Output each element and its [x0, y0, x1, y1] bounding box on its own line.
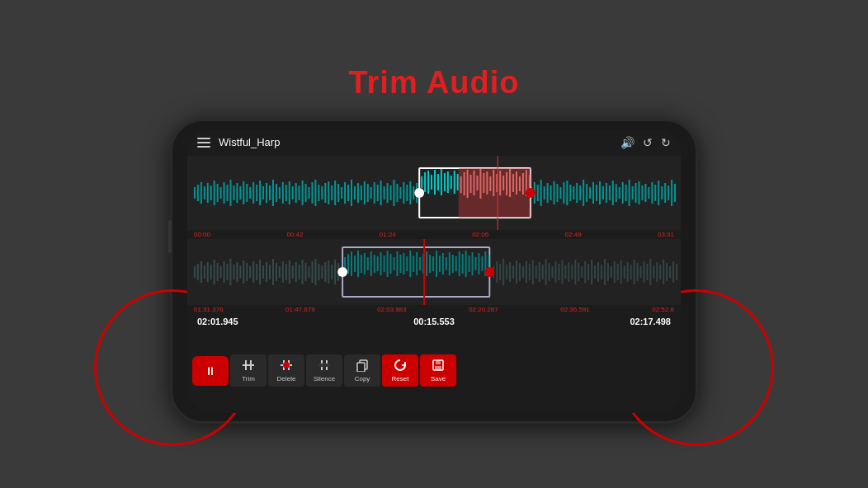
svg-rect-66 [406, 185, 408, 201]
svg-rect-255 [519, 263, 521, 281]
svg-rect-55 [370, 187, 372, 199]
svg-rect-147 [519, 176, 521, 191]
waveform-bottom-svg [187, 239, 681, 305]
svg-rect-101 [632, 186, 634, 199]
svg-rect-270 [568, 262, 569, 282]
svg-rect-35 [305, 184, 307, 202]
svg-rect-23 [266, 183, 267, 203]
svg-rect-92 [602, 186, 604, 199]
svg-rect-238 [462, 254, 464, 274]
svg-rect-102 [635, 183, 637, 203]
svg-rect-214 [384, 256, 385, 272]
svg-rect-38 [314, 180, 316, 206]
svg-rect-258 [529, 264, 531, 280]
svg-rect-95 [612, 181, 614, 205]
redo-icon[interactable]: ↻ [661, 136, 671, 149]
svg-rect-39 [318, 185, 319, 201]
toolbar: ⏸ Trim [187, 329, 681, 413]
svg-rect-179 [272, 259, 274, 285]
svg-rect-49 [351, 180, 352, 206]
menu-icon[interactable] [197, 138, 210, 148]
svg-rect-274 [581, 266, 583, 278]
svg-rect-64 [399, 187, 401, 199]
undo-icon[interactable]: ↺ [643, 136, 653, 149]
svg-rect-88 [589, 187, 591, 199]
svg-rect-164 [224, 261, 225, 283]
svg-point-313 [283, 362, 290, 368]
svg-rect-60 [387, 183, 389, 203]
silence-icon [318, 359, 331, 373]
time-label-1: 00:42 [286, 231, 303, 238]
waveform-bottom[interactable] [187, 239, 681, 305]
svg-rect-17 [246, 184, 248, 202]
svg-rect-259 [532, 260, 534, 284]
svg-rect-303 [676, 264, 677, 280]
svg-rect-116 [421, 176, 422, 188]
time-label-b5: 02:52.8 [652, 306, 674, 313]
svg-rect-111 [664, 183, 666, 203]
app-header: Wistful_Harp 🔊 ↺ ↻ [187, 129, 681, 156]
svg-rect-178 [269, 265, 271, 279]
svg-rect-154 [187, 239, 681, 305]
svg-rect-168 [236, 262, 238, 282]
svg-rect-239 [465, 251, 467, 277]
svg-rect-251 [506, 265, 507, 279]
svg-rect-232 [442, 253, 444, 274]
waveform-top[interactable] [187, 156, 681, 230]
svg-rect-287 [624, 265, 625, 279]
svg-rect-267 [558, 264, 559, 280]
svg-rect-65 [403, 182, 404, 204]
svg-rect-59 [384, 186, 385, 199]
svg-rect-277 [591, 260, 592, 284]
svg-rect-148 [522, 173, 524, 195]
delete-button[interactable]: Delete [268, 354, 304, 387]
svg-rect-207 [361, 255, 362, 273]
svg-point-304 [337, 267, 347, 277]
reset-button[interactable]: Reset [382, 354, 418, 387]
svg-rect-85 [579, 185, 581, 200]
svg-rect-298 [659, 265, 661, 279]
silence-button[interactable]: Silence [306, 354, 342, 387]
svg-rect-74 [544, 186, 545, 199]
svg-rect-15 [239, 186, 241, 199]
play-pause-button[interactable]: ⏸ [192, 356, 229, 386]
svg-rect-100 [629, 180, 630, 206]
svg-rect-231 [439, 256, 441, 272]
svg-rect-131 [467, 170, 469, 198]
svg-rect-122 [441, 169, 442, 195]
phone-screen: Wistful_Harp 🔊 ↺ ↻ [187, 129, 681, 413]
svg-rect-175 [259, 260, 261, 284]
speaker-icon[interactable]: 🔊 [620, 136, 634, 149]
svg-rect-87 [586, 184, 587, 202]
svg-rect-157 [200, 261, 202, 283]
svg-rect-27 [279, 187, 281, 199]
svg-rect-82 [569, 185, 571, 201]
svg-rect-295 [649, 259, 651, 285]
svg-rect-30 [289, 181, 290, 204]
svg-rect-280 [601, 265, 602, 279]
svg-rect-161 [214, 260, 215, 284]
svg-rect-48 [347, 185, 349, 201]
svg-rect-218 [396, 251, 398, 276]
svg-rect-72 [537, 185, 539, 201]
svg-rect-234 [449, 252, 451, 275]
svg-rect-50 [354, 186, 356, 199]
svg-rect-265 [552, 266, 554, 278]
svg-rect-40 [321, 186, 323, 199]
trim-button[interactable]: Trim [230, 354, 267, 387]
copy-button[interactable]: Copy [344, 354, 380, 387]
svg-rect-276 [587, 264, 589, 280]
title-normal: Trim [348, 65, 426, 100]
svg-rect-206 [357, 251, 359, 277]
svg-rect-86 [583, 180, 584, 206]
svg-rect-155 [194, 266, 196, 278]
svg-rect-163 [220, 266, 222, 278]
svg-rect-8 [217, 184, 219, 202]
svg-rect-290 [634, 260, 635, 284]
svg-rect-177 [266, 262, 267, 282]
time-label-b1: 01:47.679 [285, 306, 315, 313]
save-button[interactable]: Save [420, 354, 456, 387]
svg-rect-46 [341, 187, 342, 199]
svg-point-151 [414, 188, 424, 198]
svg-rect-103 [639, 181, 640, 204]
